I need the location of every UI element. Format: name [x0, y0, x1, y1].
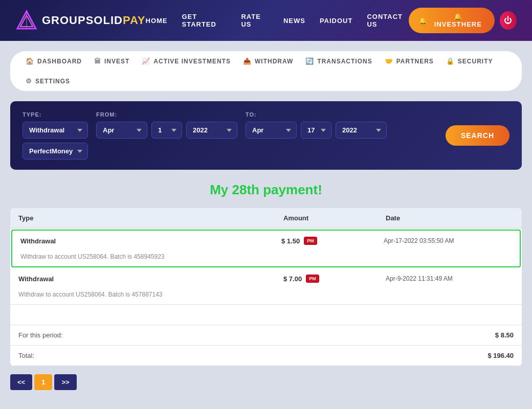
main-nav: HOME GET STARTED RATE US NEWS PAIDOUT CO… [146, 13, 409, 28]
table-header: Type Amount Date [10, 208, 522, 229]
filter-bar: TYPE: Withdrawal Deposit All PerfectMone… [10, 101, 522, 170]
from-filter-group: FROM: JanFebMarApr MayJunJulAug SepOctNo… [96, 111, 237, 139]
to-day-select[interactable]: 12345 678910 1112131415 1617181920 [301, 122, 331, 139]
logo-icon [15, 9, 38, 32]
nav-news[interactable]: NEWS [283, 17, 305, 25]
pagination: << 1 >> [10, 374, 522, 390]
table-row-main-1: Withdrawal $ 1.50 PM Apr-17-2022 03:55:5… [12, 231, 520, 251]
type-filter-group: TYPE: Withdrawal Deposit All PerfectMone… [23, 111, 88, 160]
summary-total-label: Total: [18, 352, 34, 359]
logo-text: GROUPSOLIDPAY [42, 14, 146, 27]
transactions-table: Type Amount Date Withdrawal $ 1.50 PM Ap… [10, 208, 522, 366]
row-amount-1: $ 1.50 PM [281, 237, 384, 245]
main-wrapper: 🏠 DASHBOARD 🏛 INVEST 📈 ACTIVE INVESTMENT… [0, 41, 532, 409]
from-day-select[interactable]: 12345 678910 1112131415 1617181920 [151, 122, 182, 139]
to-month-select[interactable]: JanFebMarApr MayJunJulAug SepOctNovDec [246, 122, 297, 139]
table-row: Withdrawal $ 7.00 PM Apr-9-2022 11:31:49… [10, 268, 522, 305]
summary-period-value: $ 8.50 [495, 331, 514, 339]
row-date-2: Apr-9-2022 11:31:49 AM [386, 275, 514, 282]
row-detail-1: Withdraw to account US258064. Batch is 4… [12, 251, 520, 266]
subnav-transactions[interactable]: 🔄 TRANSACTIONS [305, 57, 372, 65]
pagination-prev[interactable]: << [10, 374, 32, 390]
header-right: 🔔 🔔 INVESTHERE ⏻ [409, 8, 517, 33]
invest-icon: 🏛 [94, 57, 101, 65]
dashboard-icon: 🏠 [26, 57, 34, 65]
nav-home[interactable]: HOME [146, 17, 168, 25]
subnav-invest[interactable]: 🏛 INVEST [94, 57, 129, 65]
summary-total-value: $ 196.40 [487, 352, 514, 359]
summary-period-row: For this period: $ 8.50 [10, 325, 522, 346]
subnav-withdraw[interactable]: 📤 WITHDRAW [243, 57, 293, 65]
subnav-dashboard[interactable]: 🏠 DASHBOARD [26, 57, 82, 65]
settings-icon: ⚙ [26, 77, 32, 85]
col-amount: Amount [283, 214, 386, 222]
bell-icon: 🔔 [419, 17, 428, 25]
search-button[interactable]: SEARCH [446, 125, 509, 146]
from-month-select[interactable]: JanFebMarApr MayJunJulAug SepOctNovDec [96, 122, 147, 139]
table-row: Withdrawal $ 1.50 PM Apr-17-2022 03:55:5… [11, 230, 521, 267]
type-select[interactable]: Withdrawal Deposit All [23, 122, 88, 139]
pm-badge-1: PM [304, 237, 317, 245]
to-year-select[interactable]: 2020202120222023 [336, 122, 387, 139]
nav-paidout[interactable]: PAIDOUT [320, 17, 353, 25]
col-date: Date [386, 214, 514, 222]
investhere-button[interactable]: 🔔 🔔 INVESTHERE [409, 8, 495, 33]
payment-title: My 28th payment! [10, 182, 522, 198]
row-detail-2: Withdraw to account US258064. Batch is 4… [10, 289, 522, 304]
subnav-security[interactable]: 🔒 SECURITY [446, 57, 493, 65]
subnav-settings[interactable]: ⚙ SETTINGS [26, 77, 70, 85]
pagination-next[interactable]: >> [54, 374, 76, 390]
partners-icon: 🤝 [385, 57, 393, 65]
row-amount-2: $ 7.00 PM [283, 275, 386, 283]
table-row-main-2: Withdrawal $ 7.00 PM Apr-9-2022 11:31:49… [10, 268, 522, 289]
summary-period-label: For this period: [18, 331, 63, 339]
from-label: FROM: [96, 111, 237, 118]
security-icon: 🔒 [446, 57, 455, 65]
to-filter-group: TO: JanFebMarApr MayJunJulAug SepOctNovD… [246, 111, 387, 139]
summary-total-row: Total: $ 196.40 [10, 346, 522, 366]
header: GROUPSOLIDPAY HOME GET STARTED RATE US N… [0, 0, 532, 41]
nav-rate-us[interactable]: RATE US [241, 13, 269, 28]
nav-get-started[interactable]: GET STARTED [182, 13, 227, 28]
type-label: TYPE: [23, 111, 88, 118]
row-type-1: Withdrawal [20, 237, 281, 245]
withdraw-icon: 📤 [243, 57, 252, 65]
active-investments-icon: 📈 [142, 57, 150, 65]
from-row: JanFebMarApr MayJunJulAug SepOctNovDec 1… [96, 122, 237, 139]
transactions-icon: 🔄 [305, 57, 314, 65]
pm-badge-2: PM [306, 275, 319, 283]
to-label: TO: [246, 111, 387, 118]
processor-select[interactable]: PerfectMoney Bitcoin Ethereum [23, 143, 88, 160]
nav-contact-us[interactable]: CONTACT US [367, 13, 408, 28]
col-type: Type [18, 214, 283, 222]
empty-row [10, 305, 522, 325]
row-type-2: Withdrawal [18, 275, 283, 283]
from-year-select[interactable]: 2020202120222023 [186, 122, 237, 139]
logo: GROUPSOLIDPAY [15, 9, 146, 32]
row-date-1: Apr-17-2022 03:55:50 AM [384, 237, 512, 244]
subnav-active-investments[interactable]: 📈 ACTIVE INVESTMENTS [142, 57, 231, 65]
subnav-partners[interactable]: 🤝 PARTNERS [385, 57, 434, 65]
pagination-page-1[interactable]: 1 [34, 374, 52, 390]
to-row: JanFebMarApr MayJunJulAug SepOctNovDec 1… [246, 122, 387, 139]
sub-nav: 🏠 DASHBOARD 🏛 INVEST 📈 ACTIVE INVESTMENT… [10, 51, 522, 91]
power-button[interactable]: ⏻ [500, 11, 517, 30]
power-icon: ⏻ [504, 16, 512, 25]
